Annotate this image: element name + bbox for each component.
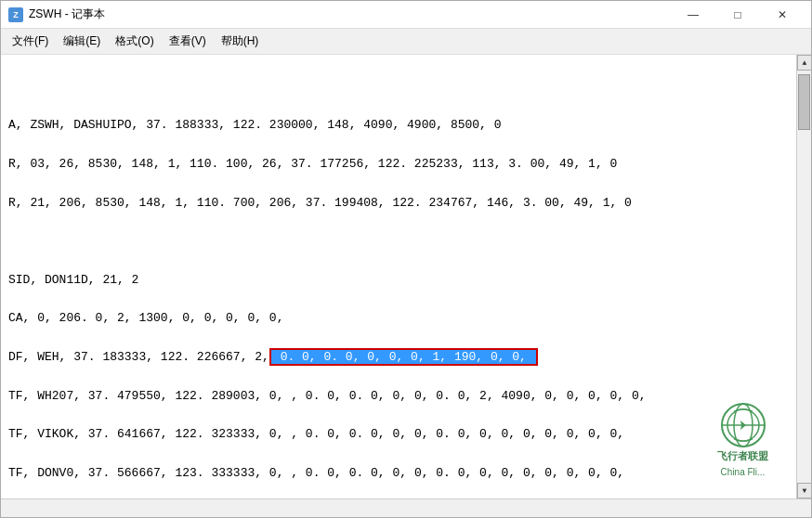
text-line-7: TF, WH207, 37. 479550, 122. 289003, 0, ,… xyxy=(8,387,789,407)
content-wrapper: A, ZSWH, DASHUIPO, 37. 188333, 122. 2300… xyxy=(1,55,811,499)
df-weh-prefix: DF, WEH, 37. 183333, 122. 226667, 2, xyxy=(8,350,269,364)
menu-format[interactable]: 格式(O) xyxy=(108,30,161,53)
menu-edit[interactable]: 编辑(E) xyxy=(56,30,108,53)
window-controls: — □ ✕ xyxy=(672,2,804,28)
text-line-6: DF, WEH, 37. 183333, 122. 226667, 2, 0. … xyxy=(8,348,789,368)
menu-file[interactable]: 文件(F) xyxy=(5,30,56,53)
window-title: ZSWH - 记事本 xyxy=(29,6,105,22)
scrollbar-thumb[interactable] xyxy=(798,74,810,130)
text-line-1: R, 03, 26, 8530, 148, 1, 110. 100, 26, 3… xyxy=(8,155,789,175)
watermark-text-cn: 飞行者联盟 xyxy=(717,448,768,465)
text-line-3 xyxy=(8,232,789,252)
scrollbar-down-button[interactable]: ▼ xyxy=(797,483,811,499)
app-icon: Z xyxy=(8,7,23,22)
title-bar: Z ZSWH - 记事本 — □ ✕ xyxy=(1,1,811,29)
maximize-button[interactable]: □ xyxy=(716,2,759,28)
watermark: 飞行者联盟 China Fli... xyxy=(717,402,768,480)
scrollbar-vertical: ▲ ▼ xyxy=(796,55,811,499)
text-line-5: CA, 0, 206. 0, 2, 1300, 0, 0, 0, 0, 0, xyxy=(8,309,789,329)
highlighted-selection: 0. 0, 0. 0, 0, 0, 0, 1, 190, 0, 0, xyxy=(269,348,538,366)
text-line-4: SID, DON11D, 21, 2 xyxy=(8,271,789,291)
line7-suffix: , 0. 0, 0. 0, 0, 0, 0. 0, 2, 4090, 0, 0,… xyxy=(283,389,646,403)
text-line-2: R, 21, 206, 8530, 148, 1, 110. 700, 206,… xyxy=(8,194,789,214)
scrollbar-track xyxy=(797,71,811,483)
text-line-8: TF, VIKOK, 37. 641667, 122. 323333, 0, ,… xyxy=(8,425,789,445)
scrollbar-up-button[interactable]: ▲ xyxy=(797,55,811,71)
menu-bar: 文件(F) 编辑(E) 格式(O) 查看(V) 帮助(H) xyxy=(1,29,811,55)
title-bar-left: Z ZSWH - 记事本 xyxy=(8,6,105,22)
watermark-logo-icon xyxy=(720,402,766,448)
watermark-text-en: China Fli... xyxy=(721,465,766,480)
line8-suffix: , 0. 0, 0. 0, 0, 0, 0. 0, 0, 0, 0, 0, 0,… xyxy=(283,427,624,441)
menu-help[interactable]: 帮助(H) xyxy=(214,30,267,53)
status-bar xyxy=(1,499,811,517)
text-area[interactable]: A, ZSWH, DASHUIPO, 37. 188333, 122. 2300… xyxy=(1,55,796,499)
notepad-window: Z ZSWH - 记事本 — □ ✕ 文件(F) 编辑(E) 格式(O) 查看(… xyxy=(0,0,812,518)
close-button[interactable]: ✕ xyxy=(761,2,804,28)
text-line-0: A, ZSWH, DASHUIPO, 37. 188333, 122. 2300… xyxy=(8,116,789,136)
menu-view[interactable]: 查看(V) xyxy=(162,30,214,53)
text-line-9: TF, DONV0, 37. 566667, 123. 333333, 0, ,… xyxy=(8,464,789,484)
minimize-button[interactable]: — xyxy=(672,2,714,28)
line9-suffix: , 0. 0, 0. 0, 0, 0, 0. 0, 0, 0, 0, 0, 0,… xyxy=(283,466,624,480)
